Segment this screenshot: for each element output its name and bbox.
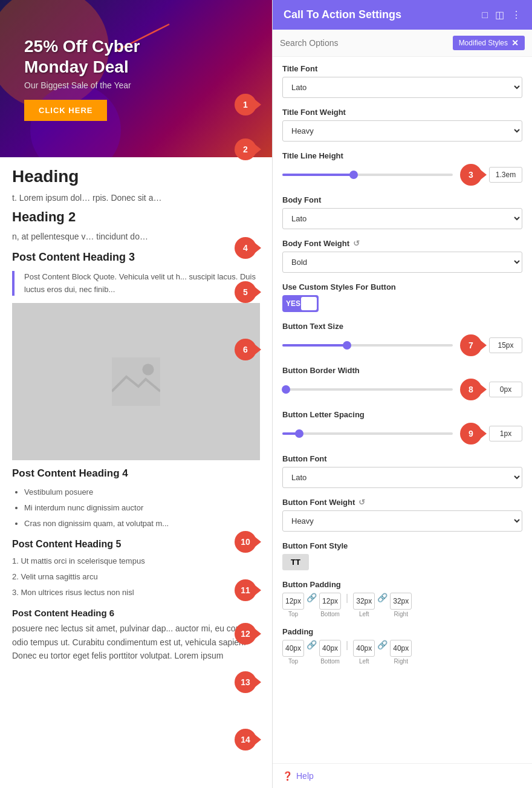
- button-padding-link-left-icon[interactable]: 🔗: [377, 593, 388, 602]
- button-letter-spacing-value: 1px: [489, 426, 522, 441]
- button-border-width-slider-row: 8 0px: [282, 379, 522, 400]
- heading-2: Heading 2: [12, 209, 260, 225]
- title-font-label: Title Font: [282, 64, 522, 73]
- button-font-select[interactable]: LatoArialGeorgiaRoboto: [282, 467, 522, 488]
- padding-label: Padding: [282, 627, 522, 636]
- button-padding-bottom[interactable]: 12px: [319, 593, 341, 610]
- button-font-style-label: Button Font Style: [282, 541, 522, 550]
- padding-bottom[interactable]: 40px: [319, 640, 341, 657]
- title-font-weight-select[interactable]: LightNormalBoldHeavy: [282, 120, 522, 142]
- body-font-weight-select[interactable]: LightNormalBoldHeavy: [282, 252, 522, 273]
- step-badge-13: 13: [235, 671, 256, 693]
- placeholder-image: [12, 303, 260, 460]
- clear-modified-icon[interactable]: ✕: [511, 38, 519, 48]
- button-font-row: Button Font LatoArialGeorgiaRoboto: [282, 454, 522, 488]
- button-font-weight-reset-icon[interactable]: ↺: [358, 498, 365, 507]
- step-badge-3: 3: [460, 164, 482, 186]
- body-font-weight-label: Body Font Weight ↺: [282, 239, 522, 248]
- button-border-width-thumb[interactable]: [282, 385, 290, 394]
- body-font-select[interactable]: LatoArialGeorgiaRoboto: [282, 208, 522, 229]
- button-letter-spacing-track[interactable]: [282, 432, 453, 435]
- more-icon[interactable]: ⋮: [511, 9, 521, 21]
- list-item: 2. Velit urna sagittis arcu: [12, 569, 260, 585]
- step-badge-8: 8: [460, 379, 482, 400]
- step-badge-4: 4: [235, 237, 256, 259]
- title-font-row: Title Font LatoArialGeorgiaRoboto: [282, 64, 522, 98]
- hero-subtitle: Our Biggest Sale of the Year: [24, 80, 131, 90]
- use-custom-styles-label: Use Custom Styles For Button: [282, 282, 522, 291]
- step-badge-12: 12: [235, 623, 256, 645]
- padding-top-item: 40px Top: [282, 640, 304, 665]
- padding-left[interactable]: 40px: [353, 640, 375, 657]
- button-padding-left-label: Left: [353, 611, 375, 617]
- button-text-size-fill: [282, 344, 347, 347]
- settings-title: Call To Action Settings: [284, 8, 401, 21]
- padding-top-label: Top: [282, 658, 304, 665]
- settings-panel: Call To Action Settings □ ◫ ⋮ Modified S…: [272, 0, 532, 788]
- hero-title: 25% Off Cyber Monday Deal: [24, 36, 140, 77]
- button-letter-spacing-row: Button Letter Spacing 9 1px: [282, 410, 522, 444]
- title-font-select[interactable]: LatoArialGeorgiaRoboto: [282, 77, 522, 98]
- help-footer[interactable]: ❓ Help: [273, 763, 532, 788]
- button-font-style-tt[interactable]: TT: [282, 554, 309, 570]
- hero-button[interactable]: CLICK HERE: [24, 100, 107, 121]
- button-text-size-track[interactable]: [282, 344, 453, 347]
- content-text-2: n, at pellentesque v… tincidunt do…: [12, 230, 260, 243]
- toggle-handle: [301, 297, 317, 310]
- square-icon[interactable]: □: [482, 10, 488, 21]
- svg-rect-2: [112, 357, 160, 406]
- settings-header: Call To Action Settings □ ◫ ⋮: [273, 0, 532, 30]
- button-padding-top-item: 12px Top: [282, 593, 304, 617]
- padding-top[interactable]: 40px: [282, 640, 304, 657]
- heading-4: Post Content Heading 4: [12, 467, 260, 480]
- toggle-yes-label: YES: [286, 299, 300, 308]
- button-padding-link-top-icon[interactable]: 🔗: [307, 593, 317, 602]
- button-padding-top[interactable]: 12px: [282, 593, 304, 610]
- button-padding-label: Button Padding: [282, 580, 522, 589]
- title-line-height-track[interactable]: [282, 174, 453, 176]
- button-letter-spacing-label: Button Letter Spacing: [282, 410, 522, 419]
- title-line-height-row: Title Line Height 3 1.3em: [282, 151, 522, 186]
- button-padding-top-label: Top: [282, 611, 304, 617]
- step-badge-5: 5: [235, 281, 256, 303]
- button-padding-right-label: Right: [390, 611, 412, 617]
- button-font-weight-row: Button Font Weight ↺ LightNormalBoldHeav…: [282, 498, 522, 532]
- body-font-weight-reset-icon[interactable]: ↺: [353, 239, 360, 248]
- button-padding-left[interactable]: 32px: [353, 593, 375, 610]
- button-border-width-value: 0px: [489, 382, 522, 397]
- button-text-size-thumb[interactable]: [343, 341, 351, 350]
- button-text-size-slider-row: 7 15px: [282, 334, 522, 356]
- list-item: Vestibulum posuere: [24, 484, 260, 500]
- step-badge-2: 2: [235, 138, 256, 160]
- step-badge-14: 14: [235, 729, 256, 751]
- button-font-weight-select[interactable]: LightNormalBoldHeavy: [282, 510, 522, 532]
- button-border-width-track[interactable]: [282, 388, 453, 391]
- body-font-row: Body Font LatoArialGeorgiaRoboto: [282, 195, 522, 229]
- header-icons: □ ◫ ⋮: [482, 9, 521, 21]
- title-line-height-value: 1.3em: [489, 167, 522, 183]
- split-icon[interactable]: ◫: [495, 9, 504, 21]
- divider: |: [343, 593, 351, 604]
- button-border-width-row: Button Border Width 8 0px: [282, 366, 522, 400]
- heading-3: Post Content Heading 3: [12, 251, 260, 264]
- padding-right[interactable]: 40px: [390, 640, 412, 657]
- search-input[interactable]: [280, 38, 448, 48]
- modified-styles-badge[interactable]: Modified Styles ✕: [453, 36, 525, 50]
- padding-link-top-icon[interactable]: 🔗: [307, 640, 317, 650]
- button-padding-right[interactable]: 32px: [390, 593, 412, 610]
- body-font-weight-row: Body Font Weight ↺ LightNormalBoldHeavy: [282, 239, 522, 273]
- list-item: Mi interdum nunc dignissim auctor: [24, 500, 260, 516]
- title-line-height-slider-row: 3 1.3em: [282, 164, 522, 186]
- help-label: Help: [296, 771, 314, 781]
- search-bar: Modified Styles ✕: [273, 30, 532, 57]
- bullet-list: Vestibulum posuere Mi interdum nunc dign…: [12, 484, 260, 532]
- button-font-weight-label: Button Font Weight ↺: [282, 498, 522, 507]
- button-letter-spacing-thumb[interactable]: [295, 429, 303, 438]
- padding-right-item: 40px Right: [390, 640, 412, 665]
- button-text-size-label: Button Text Size: [282, 322, 522, 331]
- title-line-height-thumb[interactable]: [349, 171, 358, 179]
- padding-left-item: 40px Left: [353, 640, 375, 665]
- padding-link-left-icon[interactable]: 🔗: [377, 640, 388, 650]
- use-custom-styles-toggle[interactable]: YES: [282, 295, 319, 312]
- step-badge-9: 9: [460, 423, 482, 444]
